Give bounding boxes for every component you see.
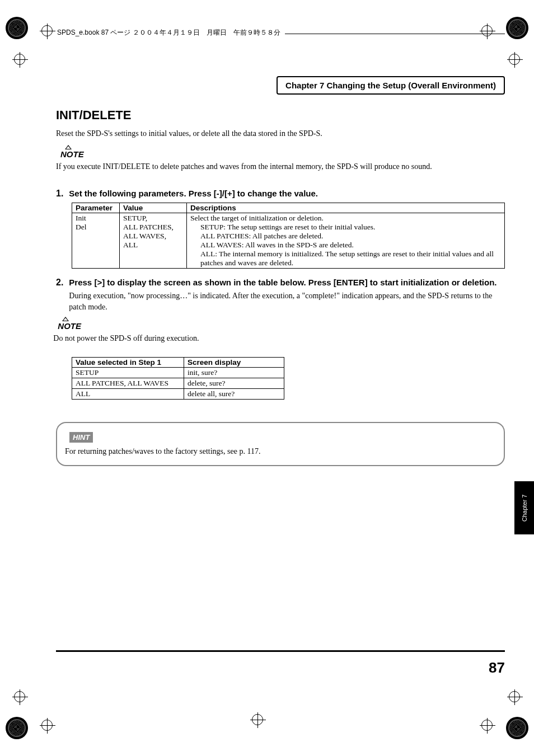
table-header: Value selected in Step 1	[72, 358, 184, 368]
step-number: 2.	[56, 278, 63, 288]
table-header: Descriptions	[187, 203, 505, 213]
hint-box: HINT For returning patches/waves to the …	[56, 422, 505, 466]
table-cell: ALL	[72, 389, 184, 400]
book-header-text: SPDS_e.book 87 ページ ２００４年４月１９日 月曜日 午前９時５８…	[57, 28, 285, 37]
table-header: Screen display	[184, 358, 284, 368]
chapter-heading-box: Chapter 7 Changing the Setup (Overall En…	[277, 76, 505, 95]
printer-mark-icon	[506, 717, 528, 739]
registration-mark-icon	[252, 714, 263, 725]
intro-paragraph: Reset the SPD-S's settings to initial va…	[56, 128, 505, 139]
table-cell: InitDel	[72, 213, 120, 269]
screen-display-table: Value selected in Step 1 Screen display …	[72, 357, 284, 400]
step-number: 1.	[56, 189, 63, 199]
table-header: Parameter	[72, 203, 120, 213]
section-title: INIT/DELETE	[56, 108, 505, 123]
note-text: Do not power the SPD-S off during execut…	[53, 333, 505, 344]
table-cell: SETUP	[72, 368, 184, 378]
step-2: 2. Press [>] to display the screen as sh…	[56, 278, 505, 349]
hint-text: For returning patches/waves to the facto…	[65, 446, 496, 457]
registration-mark-icon	[41, 720, 53, 731]
chapter-tab: Chapter 7	[514, 481, 534, 534]
note-icon: NOTE	[60, 149, 84, 159]
registration-mark-icon	[509, 54, 520, 65]
note-icon: NOTE	[58, 321, 81, 331]
footer-rule	[56, 650, 505, 652]
step-heading: Set the following parameters. Press [-]/…	[69, 189, 505, 198]
printer-mark-icon	[506, 17, 528, 39]
table-cell: delete all, sure?	[184, 389, 284, 400]
table-cell: init, sure?	[184, 368, 284, 378]
table-cell: ALL PATCHES, ALL WAVES	[72, 378, 184, 389]
page-number: 87	[489, 659, 505, 677]
note-text: If you execute INIT/DELETE to delete pat…	[56, 161, 505, 172]
table-header: Value	[120, 203, 187, 213]
registration-mark-icon	[41, 25, 53, 36]
table-cell: Select the target of initialization or d…	[187, 213, 505, 269]
registration-mark-icon	[481, 720, 493, 731]
registration-mark-icon	[481, 25, 493, 36]
registration-mark-icon	[14, 691, 25, 702]
table-cell: delete, sure?	[184, 378, 284, 389]
registration-mark-icon	[14, 54, 25, 65]
printer-mark-icon	[6, 17, 28, 39]
hint-icon: HINT	[69, 432, 93, 443]
registration-mark-icon	[509, 691, 520, 702]
step-paragraph: During execution, "now processing…" is i…	[69, 290, 505, 313]
table-cell: SETUP,ALL PATCHES,ALL WAVES,ALL	[120, 213, 187, 269]
printer-mark-icon	[6, 717, 28, 739]
step-1: 1. Set the following parameters. Press […	[56, 189, 505, 200]
parameter-table: Parameter Value Descriptions InitDel SET…	[72, 203, 505, 269]
step-heading: Press [>] to display the screen as shown…	[69, 278, 505, 287]
